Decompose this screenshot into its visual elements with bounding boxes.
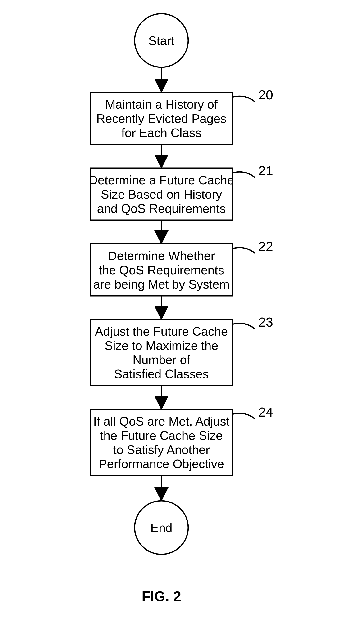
step-23-line4: Satisfied Classes <box>114 367 209 381</box>
flowchart: Start Maintain a History of Recently Evi… <box>0 0 356 644</box>
step-23-ref: 23 <box>258 314 273 330</box>
step-21-line3: and QoS Requirements <box>97 202 226 216</box>
step-24-line2: the Future Cache Size <box>100 428 223 442</box>
step-22-ref: 22 <box>258 239 273 254</box>
step-21-line1: Determine a Future Cache <box>89 173 234 187</box>
step-21-line2: Size Based on History <box>101 188 222 201</box>
step-20-line3: for Each Class <box>121 126 202 140</box>
step-22-line3: are being Met by System <box>93 278 229 291</box>
start-label: Start <box>148 34 174 48</box>
step-23-line3: Number of <box>133 353 190 366</box>
step-22-line2: the QoS Requirements <box>99 263 224 277</box>
step-23-line1: Adjust the Future Cache <box>95 324 228 338</box>
end-label: End <box>150 521 172 535</box>
step-24-ref: 24 <box>258 404 273 420</box>
step-21-ref: 21 <box>258 163 273 178</box>
step-24-line4: Performance Objective <box>99 457 224 471</box>
step-23-line2: Size to Maximize the <box>105 339 218 352</box>
step-22-line1: Determine Whether <box>108 249 215 263</box>
step-24-line3: to Satisfy Another <box>113 443 210 456</box>
figure-caption: FIG. 2 <box>142 588 181 604</box>
step-20-line1: Maintain a History of <box>105 98 218 111</box>
step-24-line1: If all QoS are Met, Adjust <box>93 414 230 428</box>
step-20-line2: Recently Evicted Pages <box>96 112 226 126</box>
step-20-ref: 20 <box>258 87 273 102</box>
